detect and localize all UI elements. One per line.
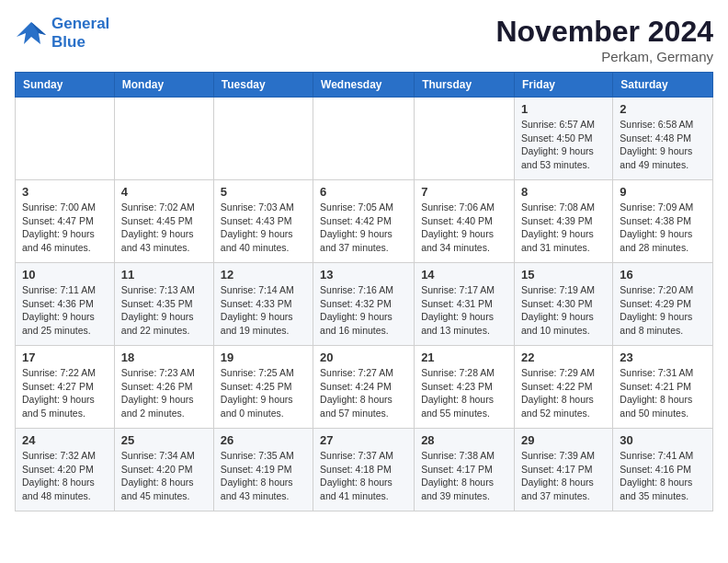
calendar-week-row: 10Sunrise: 7:11 AMSunset: 4:36 PMDayligh… bbox=[16, 263, 713, 346]
day-info: Sunrise: 7:17 AMSunset: 4:31 PMDaylight:… bbox=[421, 283, 507, 338]
header-sunday: Sunday bbox=[16, 73, 115, 98]
logo: General Blue bbox=[15, 15, 109, 52]
day-info: Sunrise: 7:23 AMSunset: 4:26 PMDaylight:… bbox=[121, 366, 207, 420]
day-info: Sunrise: 7:29 AMSunset: 4:22 PMDaylight:… bbox=[521, 366, 606, 420]
calendar-cell bbox=[114, 98, 213, 180]
calendar-cell: 10Sunrise: 7:11 AMSunset: 4:36 PMDayligh… bbox=[16, 263, 115, 346]
calendar-cell: 30Sunrise: 7:41 AMSunset: 4:16 PMDayligh… bbox=[613, 429, 713, 511]
day-info: Sunrise: 7:13 AMSunset: 4:35 PMDaylight:… bbox=[121, 283, 207, 338]
header-friday: Friday bbox=[514, 73, 612, 98]
calendar-cell: 24Sunrise: 7:32 AMSunset: 4:20 PMDayligh… bbox=[16, 429, 115, 511]
calendar-cell: 28Sunrise: 7:38 AMSunset: 4:17 PMDayligh… bbox=[415, 429, 515, 511]
day-info: Sunrise: 7:00 AMSunset: 4:47 PMDaylight:… bbox=[22, 201, 108, 255]
day-number: 30 bbox=[620, 433, 706, 447]
day-info: Sunrise: 7:05 AMSunset: 4:42 PMDaylight:… bbox=[320, 201, 407, 255]
day-info: Sunrise: 7:39 AMSunset: 4:17 PMDaylight:… bbox=[521, 449, 606, 503]
day-number: 21 bbox=[421, 350, 507, 364]
header-saturday: Saturday bbox=[613, 73, 713, 98]
day-info: Sunrise: 7:37 AMSunset: 4:18 PMDaylight:… bbox=[320, 449, 407, 503]
day-info: Sunrise: 7:02 AMSunset: 4:45 PMDaylight:… bbox=[121, 201, 207, 255]
day-number: 6 bbox=[320, 185, 407, 199]
day-number: 8 bbox=[521, 185, 606, 199]
day-info: Sunrise: 7:41 AMSunset: 4:16 PMDaylight:… bbox=[620, 449, 706, 503]
month-title: November 2024 bbox=[495, 15, 713, 49]
calendar-cell: 12Sunrise: 7:14 AMSunset: 4:33 PMDayligh… bbox=[213, 263, 313, 346]
title-area: November 2024 Perkam, Germany bbox=[495, 15, 713, 64]
day-number: 4 bbox=[121, 185, 207, 199]
day-number: 28 bbox=[421, 433, 507, 447]
day-info: Sunrise: 7:20 AMSunset: 4:29 PMDaylight:… bbox=[620, 283, 706, 338]
day-info: Sunrise: 7:34 AMSunset: 4:20 PMDaylight:… bbox=[121, 449, 207, 503]
day-number: 11 bbox=[121, 268, 207, 282]
day-info: Sunrise: 7:16 AMSunset: 4:32 PMDaylight:… bbox=[320, 283, 407, 338]
day-info: Sunrise: 6:58 AMSunset: 4:48 PMDaylight:… bbox=[620, 118, 706, 172]
day-number: 15 bbox=[521, 268, 606, 282]
calendar-week-row: 24Sunrise: 7:32 AMSunset: 4:20 PMDayligh… bbox=[16, 429, 713, 511]
calendar-cell: 14Sunrise: 7:17 AMSunset: 4:31 PMDayligh… bbox=[415, 263, 515, 346]
calendar-cell: 5Sunrise: 7:03 AMSunset: 4:43 PMDaylight… bbox=[213, 180, 313, 263]
day-number: 2 bbox=[620, 102, 706, 116]
header-wednesday: Wednesday bbox=[313, 73, 415, 98]
day-info: Sunrise: 7:08 AMSunset: 4:39 PMDaylight:… bbox=[521, 201, 606, 255]
calendar-cell: 8Sunrise: 7:08 AMSunset: 4:39 PMDaylight… bbox=[514, 180, 612, 263]
day-info: Sunrise: 7:25 AMSunset: 4:25 PMDaylight:… bbox=[221, 366, 306, 420]
day-number: 5 bbox=[221, 185, 306, 199]
day-info: Sunrise: 7:03 AMSunset: 4:43 PMDaylight:… bbox=[221, 201, 306, 255]
calendar-cell: 16Sunrise: 7:20 AMSunset: 4:29 PMDayligh… bbox=[613, 263, 713, 346]
calendar-week-row: 3Sunrise: 7:00 AMSunset: 4:47 PMDaylight… bbox=[16, 180, 713, 263]
day-number: 17 bbox=[22, 350, 108, 364]
day-info: Sunrise: 7:06 AMSunset: 4:40 PMDaylight:… bbox=[421, 201, 507, 255]
calendar-cell bbox=[213, 98, 313, 180]
calendar-cell: 4Sunrise: 7:02 AMSunset: 4:45 PMDaylight… bbox=[114, 180, 213, 263]
calendar-cell: 2Sunrise: 6:58 AMSunset: 4:48 PMDaylight… bbox=[613, 98, 713, 180]
day-info: Sunrise: 7:09 AMSunset: 4:38 PMDaylight:… bbox=[620, 201, 706, 255]
logo-text: General Blue bbox=[51, 15, 109, 52]
calendar-cell: 19Sunrise: 7:25 AMSunset: 4:25 PMDayligh… bbox=[213, 346, 313, 429]
day-info: Sunrise: 7:38 AMSunset: 4:17 PMDaylight:… bbox=[421, 449, 507, 503]
calendar-cell: 18Sunrise: 7:23 AMSunset: 4:26 PMDayligh… bbox=[114, 346, 213, 429]
calendar-cell: 7Sunrise: 7:06 AMSunset: 4:40 PMDaylight… bbox=[415, 180, 515, 263]
day-info: Sunrise: 7:28 AMSunset: 4:23 PMDaylight:… bbox=[421, 366, 507, 420]
day-info: Sunrise: 7:31 AMSunset: 4:21 PMDaylight:… bbox=[620, 366, 706, 420]
day-number: 20 bbox=[320, 350, 407, 364]
calendar-cell bbox=[313, 98, 415, 180]
day-number: 23 bbox=[620, 350, 706, 364]
day-number: 7 bbox=[421, 185, 507, 199]
calendar-cell: 9Sunrise: 7:09 AMSunset: 4:38 PMDaylight… bbox=[613, 180, 713, 263]
day-number: 25 bbox=[121, 433, 207, 447]
page-header: General Blue November 2024 Perkam, Germa… bbox=[15, 15, 713, 64]
day-number: 16 bbox=[620, 268, 706, 282]
day-info: Sunrise: 7:11 AMSunset: 4:36 PMDaylight:… bbox=[22, 283, 108, 338]
day-info: Sunrise: 7:27 AMSunset: 4:24 PMDaylight:… bbox=[320, 366, 407, 420]
calendar-cell: 29Sunrise: 7:39 AMSunset: 4:17 PMDayligh… bbox=[514, 429, 612, 511]
header-thursday: Thursday bbox=[415, 73, 515, 98]
day-info: Sunrise: 7:35 AMSunset: 4:19 PMDaylight:… bbox=[221, 449, 306, 503]
calendar-cell: 15Sunrise: 7:19 AMSunset: 4:30 PMDayligh… bbox=[514, 263, 612, 346]
day-number: 22 bbox=[521, 350, 606, 364]
calendar-cell: 17Sunrise: 7:22 AMSunset: 4:27 PMDayligh… bbox=[16, 346, 115, 429]
location: Perkam, Germany bbox=[495, 49, 713, 64]
calendar-cell: 1Sunrise: 6:57 AMSunset: 4:50 PMDaylight… bbox=[514, 98, 612, 180]
calendar-cell: 23Sunrise: 7:31 AMSunset: 4:21 PMDayligh… bbox=[613, 346, 713, 429]
day-number: 26 bbox=[221, 433, 306, 447]
day-number: 27 bbox=[320, 433, 407, 447]
day-info: Sunrise: 7:14 AMSunset: 4:33 PMDaylight:… bbox=[221, 283, 306, 338]
day-info: Sunrise: 7:22 AMSunset: 4:27 PMDaylight:… bbox=[22, 366, 108, 420]
calendar-cell: 6Sunrise: 7:05 AMSunset: 4:42 PMDaylight… bbox=[313, 180, 415, 263]
calendar-cell: 26Sunrise: 7:35 AMSunset: 4:19 PMDayligh… bbox=[213, 429, 313, 511]
calendar-table: SundayMondayTuesdayWednesdayThursdayFrid… bbox=[15, 72, 713, 511]
calendar-header-row: SundayMondayTuesdayWednesdayThursdayFrid… bbox=[16, 73, 713, 98]
calendar-cell: 22Sunrise: 7:29 AMSunset: 4:22 PMDayligh… bbox=[514, 346, 612, 429]
day-number: 10 bbox=[22, 268, 108, 282]
day-number: 19 bbox=[221, 350, 306, 364]
day-info: Sunrise: 7:19 AMSunset: 4:30 PMDaylight:… bbox=[521, 283, 606, 338]
day-number: 18 bbox=[121, 350, 207, 364]
calendar-cell bbox=[415, 98, 515, 180]
day-number: 24 bbox=[22, 433, 108, 447]
calendar-cell: 13Sunrise: 7:16 AMSunset: 4:32 PMDayligh… bbox=[313, 263, 415, 346]
day-info: Sunrise: 6:57 AMSunset: 4:50 PMDaylight:… bbox=[521, 118, 606, 172]
header-monday: Monday bbox=[114, 73, 213, 98]
calendar-week-row: 17Sunrise: 7:22 AMSunset: 4:27 PMDayligh… bbox=[16, 346, 713, 429]
day-number: 3 bbox=[22, 185, 108, 199]
day-number: 1 bbox=[521, 102, 606, 116]
